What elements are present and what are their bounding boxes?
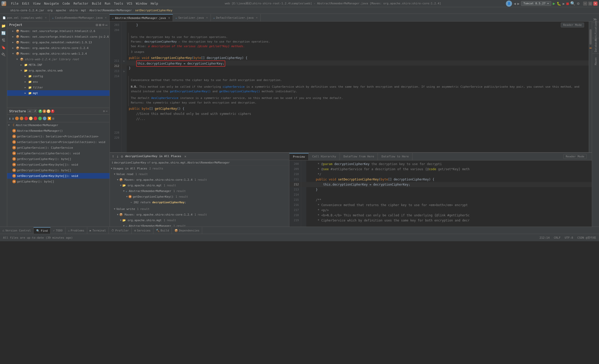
breadcrumb-org[interactable]: org: [47, 9, 53, 12]
search-btn[interactable]: 🔍: [570, 1, 575, 6]
plugins-icon[interactable]: 🔌: [0, 51, 7, 58]
sort-order-btn[interactable]: #: [33, 109, 37, 113]
maven-icon[interactable]: Maven: [592, 53, 599, 69]
git-forward-btn[interactable]: ▶: [517, 2, 519, 6]
structure-settings[interactable]: ⚙: [103, 109, 105, 113]
commit-icon[interactable]: 🔄: [0, 30, 7, 36]
find-down-btn[interactable]: ↓: [116, 154, 119, 159]
status-line-ending[interactable]: CRLF: [554, 236, 561, 239]
project-gear-btn[interactable]: ⚙: [102, 23, 104, 27]
version-control-tab[interactable]: ⎌ Version Control: [0, 227, 34, 234]
struct-getSerializer[interactable]: m getSerializer(): Serializer<PrincipalC…: [7, 134, 110, 139]
filter-priv[interactable]: p: [43, 109, 46, 113]
project-icon[interactable]: 📁: [0, 23, 7, 29]
tab-default-serializer[interactable]: ☕ DefaultSerializer.java ×: [211, 14, 261, 21]
menu-file[interactable]: File: [9, 1, 20, 6]
profiler-tab[interactable]: ⏱ Profiler: [109, 227, 132, 234]
menu-edit[interactable]: Edit: [20, 1, 31, 6]
find-value-read[interactable]: ▼ Value read 1 result: [110, 171, 289, 177]
tab-serializer-close[interactable]: ×: [206, 16, 208, 19]
tab-pom-close[interactable]: ×: [45, 16, 47, 19]
filter-field[interactable]: f: [51, 109, 54, 113]
menu-build[interactable]: Build: [90, 1, 103, 6]
project-expand-btn[interactable]: ⊞: [99, 23, 101, 27]
debug-btn[interactable]: 🐛: [557, 2, 561, 6]
find-tab-close[interactable]: ×: [184, 154, 186, 158]
reader-mode-btn[interactable]: Reader Mode: [561, 23, 584, 27]
maximize-btn[interactable]: □: [588, 2, 592, 6]
tree-item[interactable]: ▶ 📦 Maven: org.apache.nekohtml:nekohtml:…: [7, 39, 110, 45]
preview-tab-dataflow-from[interactable]: Dataflow from Here: [340, 153, 378, 160]
struct-getDecryption[interactable]: m getDecryptionCipherKey(): byte[]: [7, 167, 110, 173]
menu-view[interactable]: View: [31, 1, 42, 6]
struct-icon-1[interactable]: ↕: [9, 116, 11, 120]
project-close-btn[interactable]: —: [105, 23, 107, 27]
editor-scrollbar[interactable]: [589, 22, 592, 152]
tree-item[interactable]: ▶ 📦 Maven: net.sourceforge.htmlunit:html…: [7, 34, 110, 39]
menu-window[interactable]: Window: [134, 1, 149, 6]
struct-class[interactable]: ▼ C AbstractRememberMeManager: [7, 122, 110, 128]
filter-prot[interactable]: P: [47, 109, 50, 113]
find-class-1[interactable]: ▼ ☕ AbstractRememberMeManager 1 result: [110, 188, 289, 194]
tree-item-lib[interactable]: ▼ 📦 shiro-web-1.2.4.jar library root: [7, 56, 110, 62]
notifications-icon[interactable]: Notifications: [592, 23, 599, 38]
status-encoding[interactable]: UTF-8: [565, 236, 573, 239]
find-class-2[interactable]: ▼ ☕ AbstractRememberMeManager 1 result: [110, 223, 289, 227]
project-collapse-btn[interactable]: ⊟: [96, 23, 98, 27]
menu-help[interactable]: Help: [149, 1, 160, 6]
tree-item-pkg[interactable]: ▼ 📂 org.apache.shiro.web: [7, 68, 110, 73]
struct-filter-1[interactable]: 🔽: [47, 117, 51, 120]
filter-pub[interactable]: P: [38, 109, 42, 113]
tree-item[interactable]: ▶ 📦 Maven: org.apache.shiro:shiro-core:1…: [7, 45, 110, 51]
tree-item-config[interactable]: ▶ 📁 config: [7, 73, 110, 79]
find-pkg-1[interactable]: ▼ 📂 org.apache.shiro.mgt 1 result: [110, 183, 289, 188]
settings-btn[interactable]: ⚙: [577, 1, 580, 6]
struct-getEncryption[interactable]: m getEncryptionCipherKey(): byte[]: [7, 156, 110, 162]
tree-item-metainf[interactable]: ▶ 📁 META-INF: [7, 62, 110, 68]
struct-setSerializer[interactable]: m setSerializer(Serializer<PrincipalColl…: [7, 139, 110, 145]
breadcrumb-jar[interactable]: shiro-core-1.2.4.jar: [10, 9, 44, 12]
dependencies-tab[interactable]: 📦 Dependencies: [172, 227, 202, 234]
breadcrumb-shiro[interactable]: shiro: [69, 9, 78, 12]
status-position[interactable]: 212:14: [539, 236, 550, 239]
struct-setCipherService[interactable]: m setCipherService(CipherService): void: [7, 150, 110, 156]
breadcrumb-apache[interactable]: apache: [56, 9, 66, 12]
tomcat-indicator[interactable]: Tomcat 8.5.27 ▾: [521, 1, 551, 6]
find-value-write[interactable]: ▼ Value write 1 result: [110, 206, 289, 212]
services-tab[interactable]: ⚙ Services: [132, 227, 153, 234]
sort-alpha-btn[interactable]: az: [27, 109, 33, 113]
tree-item[interactable]: ▶ 📦 Maven: net.sourceforge.htmlunit:html…: [7, 28, 110, 34]
todo-tab[interactable]: ✓ TODO: [51, 227, 65, 234]
profile-icon[interactable]: 👤: [506, 1, 512, 7]
find-settings-btn[interactable]: ⚙: [121, 154, 123, 158]
coverage-btn[interactable]: ▶: [563, 2, 565, 6]
struct-setDecryption-selected[interactable]: m setDecryptionCipherKey(byte[]): void: [7, 173, 110, 179]
tab-pom[interactable]: 📄 pom.xml (samples-web) ×: [0, 14, 50, 21]
minimize-btn[interactable]: —: [583, 2, 587, 6]
find-result-202[interactable]: → 202 return decryptionCipherKey;: [110, 199, 289, 205]
tab-cookie-close[interactable]: ×: [105, 16, 107, 19]
find-method-getDecryption[interactable]: ▼ m getDecryptionCipherKey() 1 result: [110, 194, 289, 199]
code-content[interactable]: } Sets the decryption key to use for dec…: [127, 22, 589, 152]
tree-item-filter[interactable]: ▶ 📁 filter: [7, 85, 110, 90]
find-up-btn[interactable]: ↑: [112, 154, 114, 159]
bottom-reader-mode[interactable]: Reader Mode: [563, 154, 587, 159]
run-btn[interactable]: ▶: [553, 1, 555, 6]
menu-vcs[interactable]: VCS: [125, 1, 134, 6]
gutter-icon-213[interactable]: ▷: [122, 69, 127, 74]
tab-cookie[interactable]: ☕ CookieRememberMeManager.java ×: [50, 14, 110, 21]
build-tab[interactable]: 🔨 Build: [153, 227, 172, 234]
tab-abstract[interactable]: ☕ AbstractRememberMeManager.java ×: [110, 14, 173, 21]
tab-serializer[interactable]: ☕ Serializer.java ×: [173, 14, 211, 21]
menu-navigate[interactable]: Navigate: [42, 1, 61, 6]
structure-close[interactable]: —: [106, 109, 107, 113]
database-icon[interactable]: Database: [592, 38, 599, 53]
find-maven-2[interactable]: ▼ 📦 Maven: org.apache.shiro:shiro-core:1…: [110, 212, 289, 217]
find-usages-header[interactable]: ▼ Usages in All Places 2 results: [110, 166, 289, 171]
find-maven-1[interactable]: ▼ 📦 Maven: org.apache.shiro:shiro-core:1…: [110, 177, 289, 183]
git-back-btn[interactable]: ◀: [514, 2, 516, 6]
preview-tab-dataflow-to[interactable]: Dataflow to Here: [378, 153, 413, 160]
find-pkg-2[interactable]: ▼ 📂 org.apache.shiro.mgt 1 result: [110, 217, 289, 223]
tab-default-close[interactable]: ×: [256, 16, 258, 19]
menu-run[interactable]: Run: [103, 1, 112, 6]
